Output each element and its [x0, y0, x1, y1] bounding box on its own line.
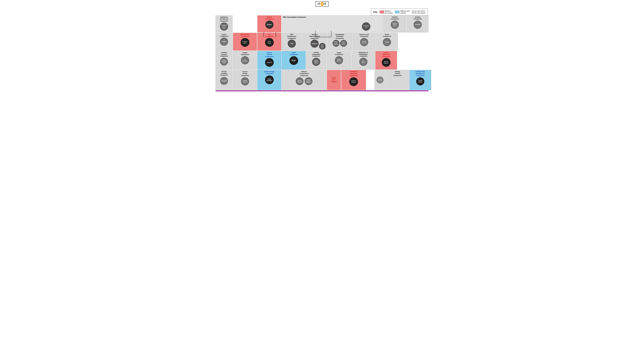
source-control-title: SourceControlComponent [265, 52, 274, 57]
build-package-title: Build PackageComponent [264, 71, 274, 75]
catalog-title: CatalogCompositionComponent [312, 52, 320, 57]
logo-text-it2: IT [324, 2, 326, 6]
catalog-composition-component: CatalogCompositionComponent ServiceCatal… [306, 51, 326, 69]
subscription-circle: Sub-scrip-tion [319, 43, 326, 49]
usage-component: UsageComponent UsageRecord [327, 51, 351, 69]
fulfillment-execution-component: FulfillmentExecutionComponent DesiredSer… [341, 70, 366, 90]
offer-circle: Offer [288, 40, 296, 48]
logo-highlight: 4 [320, 2, 324, 6]
problem-circle: Problem,KnownError [391, 21, 399, 29]
diagram: EnterpriseArchitectureComponent Enterpri… [216, 15, 428, 91]
change-control-component: ChangeControlComponent [386, 70, 409, 90]
logo-text-it: IT [318, 2, 320, 6]
chargeback-component: Chargeback/ShowbackComponent Charge-back… [328, 33, 352, 50]
row-2: PortfolioDemandComponent PortfolioBacklo… [216, 51, 428, 69]
requirement-title: RequirementComponent [240, 34, 249, 37]
key-pink-label: Added inthis context [385, 10, 393, 14]
ea-circle: EnterpriseArchi-tecture [220, 22, 228, 30]
shopping-cart-circle: ShoppingCart [362, 22, 370, 31]
event-title: EventComponent [383, 34, 391, 37]
usage-record-circle: UsageRecord [335, 56, 343, 64]
chargeback-title: Chargeback/ShowbackComponent [335, 34, 344, 39]
conceptual-service-circle: ConceptualService [220, 77, 228, 85]
it-initiative-circle: ITInitiative [241, 56, 249, 64]
key-box: Key Added inthis context Added in priorc… [371, 8, 428, 15]
defect-title: DefectComponent [265, 16, 274, 20]
portfolio-demand-component: PortfolioDemandComponent PortfolioBacklo… [216, 51, 232, 69]
diagnostics-component: Diagnostics &RemediationComponent RunBoo… [352, 51, 375, 69]
incident-title: IncidentComponent [414, 16, 422, 20]
run-book-circle: RunBook [359, 58, 367, 66]
service-portfolio-component: ServicePortfolioComponent ConceptualServ… [216, 70, 232, 90]
offer-consumption-component: Offer Consumption Component ShoppingCart [282, 15, 383, 32]
desired-service-circle: DesiredService [349, 77, 358, 86]
spacer-3a [366, 70, 374, 90]
config-management-component: ConfigurationManagementComponent ActualS… [410, 70, 431, 90]
service-design-title: ServiceDesignComponent [241, 71, 249, 76]
policy-component: PolicyComponent Policy [216, 33, 232, 50]
service-contract-circle: ServiceContract [360, 38, 368, 46]
fulfillment-request-title: Fulfill-mentRequest [331, 77, 337, 83]
service-monitoring-component: ServiceMonitoringComponent ServiceMonito… [376, 51, 397, 69]
build-package-component: Build PackageComponent BuildPackage [257, 70, 281, 90]
build-component: BuildComponent Build [282, 51, 306, 69]
defect-component: DefectComponent Defect [257, 15, 281, 32]
key-pink-swatch [380, 10, 384, 13]
offer-management-component: OfferManagementComponent Offer [282, 33, 302, 50]
incident-component: IncidentComponent Incident [407, 15, 428, 32]
problem-component: ProblemComponent Problem,KnownError [383, 15, 406, 32]
release-composition-title: ReleaseCompositionComponent [300, 71, 308, 76]
release-composition-component: ReleaseCompositionComponent ServiceRelea… [282, 70, 326, 90]
ea-component: EnterpriseArchitectureComponent Enterpri… [216, 15, 232, 32]
actual-service-circle: ActualService [416, 77, 424, 85]
requirement-component: RequirementComponent Require-ment [233, 33, 257, 50]
request-rationalization-component: RequestRationalizationComponent Request … [302, 33, 327, 50]
chargeback-contract-circle: Charge-backContract [333, 40, 340, 47]
project-component: ProjectComponent ITInitiative [233, 51, 257, 69]
problem-title: ProblemComponent [391, 16, 399, 20]
config-management-title: ConfigurationManagementComponent [416, 71, 425, 76]
portfolio-demand-title: PortfolioDemandComponent [220, 52, 228, 57]
service-monitor-circle: ServiceMonitor [382, 58, 390, 67]
chargeback-record-circle: Charge-backRecord [340, 40, 347, 47]
request-rat-title: RequestRationalizationComponent [309, 34, 320, 39]
project-title: ProjectComponent [241, 52, 249, 56]
spacer-0a [233, 15, 257, 32]
build-circle: Build [290, 56, 298, 65]
sla-title: Service LevelComponent [360, 34, 369, 37]
rfc-box: RFC [374, 70, 386, 90]
defect-circle: Defect [266, 21, 274, 29]
build-package-circle: BuildPackage [265, 75, 274, 84]
request-circle: Request [310, 40, 318, 48]
policy-title: PolicyComponent [220, 34, 228, 37]
ea-title: EnterpriseArchitectureComponent [220, 16, 228, 22]
requirement-circle: Require-ment [241, 38, 249, 47]
portfolio-backlog-circle: PortfolioBacklogItem [220, 58, 228, 65]
diagnostics-title: Diagnostics &RemediationComponent [359, 52, 368, 57]
build-title: BuildComponent [290, 52, 298, 56]
service-portfolio-title: ServicePortfolioComponent [220, 71, 228, 76]
row-3: ServicePortfolioComponent ConceptualServ… [216, 70, 428, 90]
fulfillment-request-box: Fulfill-mentRequest [327, 70, 341, 90]
source-circle: Source [265, 58, 274, 67]
policy-circle: Policy [220, 38, 228, 46]
test-title: TestComponent [265, 34, 274, 37]
purple-service-line [216, 90, 428, 91]
logo: IT 4 IT [316, 1, 329, 7]
incident-circle: Incident [414, 21, 422, 29]
test-circle: TestCase [265, 38, 274, 47]
offer-mgmt-title: OfferManagementComponent [287, 34, 296, 39]
key-gray-label: Not used inthis context [417, 10, 425, 14]
offer-consumption-title: Offer Consumption Component [283, 16, 382, 18]
key-blue-swatch [395, 10, 400, 13]
row-1: PolicyComponent Policy RequirementCompon… [216, 33, 428, 50]
service-release-blueprint-circle: ServiceReleaseBlueprint [305, 77, 312, 85]
key-gray-swatch [412, 10, 416, 13]
source-control-component: SourceControlComponent Source [257, 51, 281, 69]
service-level-component: Service LevelComponent ServiceContract [352, 33, 376, 50]
fulfillment-execution-title: FulfillmentExecutionComponent [350, 71, 358, 76]
service-catalog-entry-circle: ServiceCatalogEntry [312, 58, 320, 66]
event-component: EventComponent Event [376, 33, 398, 50]
test-component: TestComponent TestCase [257, 33, 281, 50]
service-release-circle: ServiceRelease [296, 77, 304, 85]
